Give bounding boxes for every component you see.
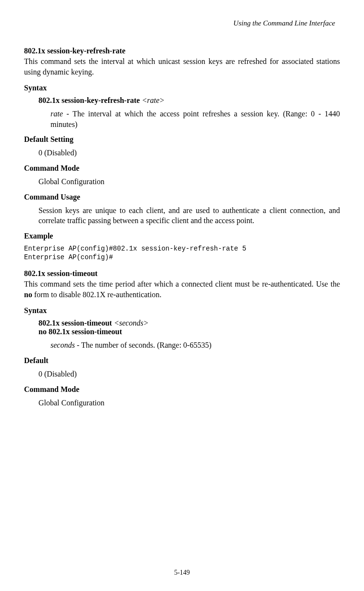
syntax-param-2: <seconds> [114,319,149,327]
command-mode-value-1: Global Configuration [38,176,340,187]
desc-part2-2: form to disable 802.1X re-authentication… [32,290,162,299]
syntax-line-2b: no 802.1x session-timeout [38,327,340,336]
syntax-no-2: no 802.1x session-timeout [38,327,122,336]
command-description-1: This command sets the interval at which … [24,56,340,77]
command-mode-label-1: Command Mode [24,164,340,173]
desc-part1-2: This command sets the time period after … [24,280,340,288]
syntax-param-1: <rate> [142,96,164,104]
syntax-label-2: Syntax [24,306,340,315]
param-name-2: seconds [50,341,75,349]
syntax-command-1: 802.1x session-key-refresh-rate [38,96,140,104]
page-number: 5-149 [0,569,364,577]
param-desc-text-2: - The number of seconds. (Range: 0-65535… [75,341,212,349]
param-description-1: rate - The interval at which the access … [50,109,340,129]
syntax-line-2a: 802.1x session-timeout <seconds> [38,319,340,327]
page-header-title: Using the Command Line Interface [24,19,340,27]
syntax-label-1: Syntax [24,84,340,92]
default-label-1: Default Setting [24,135,340,144]
usage-label-1: Command Usage [24,193,340,201]
param-desc-text-1: - The interval at which the access point… [50,110,340,128]
default-value-2: 0 (Disabled) [38,369,340,379]
command-title-2: 802.1x session-timeout [24,269,340,278]
default-value-1: 0 (Disabled) [38,148,340,158]
syntax-line-1: 802.1x session-key-refresh-rate <rate> [38,96,340,105]
command-description-2: This command sets the time period after … [24,279,340,300]
default-label-2: Default [24,356,340,365]
command-mode-value-2: Global Configuration [38,398,340,408]
command-title-1: 802.1x session-key-refresh-rate [24,47,340,55]
syntax-command-2: 802.1x session-timeout [38,319,112,327]
command-mode-label-2: Command Mode [24,385,340,394]
desc-bold-2: no [24,290,32,299]
param-description-2: seconds - The number of seconds. (Range:… [50,340,340,351]
param-name-1: rate [50,110,63,118]
example-label-1: Example [24,232,340,240]
example-code-1: Enterprise AP(config)#802.1x session-key… [24,244,340,262]
usage-text-1: Session keys are unique to each client, … [38,205,340,226]
